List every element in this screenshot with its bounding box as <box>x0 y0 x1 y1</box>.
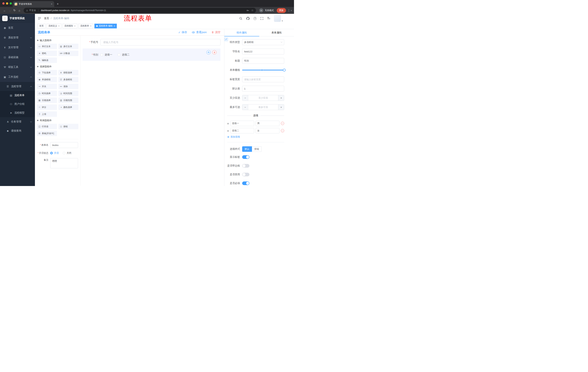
link-icon[interactable] <box>224 37 228 41</box>
grid-slider[interactable] <box>242 67 284 73</box>
back-button[interactable]: ← <box>2 8 7 13</box>
view-json-button[interactable]: 查看json <box>192 31 207 34</box>
component-type-select[interactable]: 多选框组 <box>242 39 284 45</box>
tag-home[interactable]: 首页 <box>37 24 45 28</box>
chip-multi-line-text[interactable]: ▤多行文本 <box>58 44 79 49</box>
sidebar-toggle-icon[interactable] <box>38 17 41 20</box>
address-bar[interactable]: ⚠ 不安全 dashboard.yudao.iocoder.cn/bpm/man… <box>24 8 256 13</box>
max-checked-value[interactable]: 最多可选 <box>248 105 278 110</box>
tag-process-form-edit[interactable]: 流程表单-编辑 × <box>94 24 117 28</box>
chip-rate[interactable]: ☆评分 <box>37 105 57 110</box>
reload-button[interactable]: ↻ <box>12 8 17 13</box>
checkbox-option-1[interactable]: 选项一 <box>100 53 112 56</box>
chip-upload[interactable]: ↥上传 <box>37 111 57 117</box>
tag-close-icon[interactable]: × <box>74 25 76 27</box>
border-switch[interactable] <box>242 164 249 168</box>
search-icon[interactable] <box>239 17 242 20</box>
chip-time-range[interactable]: ◶时间范围 <box>58 91 79 96</box>
breadcrumb-home[interactable]: 首页 <box>44 17 49 20</box>
remove-option-button[interactable]: − <box>281 122 284 125</box>
chip-single-line-text[interactable]: ▭单行文本 <box>37 44 57 49</box>
tab-form-props[interactable]: 表单属性 <box>259 29 294 36</box>
sidebar-item-task-management[interactable]: ⋔ 任务管理 <box>0 117 35 126</box>
sidebar-item-payment[interactable]: ¥ 支付管理 <box>0 43 35 53</box>
chip-time-picker[interactable]: ◷时间选择 <box>37 91 57 96</box>
browser-menu-icon[interactable]: ⋮ <box>287 9 290 12</box>
remove-option-button[interactable]: − <box>281 129 284 132</box>
sidebar-item-process-management[interactable]: ☰ 流程管理 <box>0 82 35 91</box>
chip-date-picker[interactable]: ▦日期选择 <box>37 97 57 103</box>
clear-button[interactable]: 清空 <box>211 31 220 34</box>
tag-process-form[interactable]: 流程表单 × <box>78 24 93 28</box>
phone-input[interactable] <box>100 39 220 45</box>
bookmark-star-icon[interactable]: ☆ <box>251 9 254 12</box>
show-label-switch[interactable] <box>242 155 249 159</box>
chip-editor[interactable]: ✎编辑器 <box>37 57 57 63</box>
option-value-input[interactable]: 女 <box>256 128 279 133</box>
default-value-input[interactable] <box>242 86 284 92</box>
chip-checkbox-group[interactable]: ☑多选框组 <box>58 77 79 82</box>
remark-textarea[interactable]: 嘿嘿 <box>50 158 78 168</box>
option-label-input[interactable]: 选项二 <box>230 128 254 133</box>
tag-close-icon[interactable]: × <box>58 25 60 27</box>
slider-handle[interactable] <box>283 69 286 72</box>
tag-process-model[interactable]: 流程模型 × <box>63 24 77 28</box>
save-button[interactable]: ✓ 保存 <box>178 31 187 34</box>
disabled-switch[interactable] <box>242 173 249 176</box>
fullscreen-icon[interactable] <box>260 17 263 20</box>
chip-slider[interactable]: ⊷滑块 <box>58 84 79 89</box>
sidebar-item-workflow[interactable]: ▣ 工作流程 <box>0 72 35 82</box>
tag-close-icon[interactable]: × <box>90 25 92 27</box>
close-window-button[interactable] <box>2 2 5 5</box>
label-width-input[interactable] <box>242 76 284 82</box>
chip-password[interactable]: ∗密码 <box>37 51 57 56</box>
site-security[interactable]: ⚠ 不安全 <box>26 9 36 12</box>
sidebar-item-user-group[interactable]: ⚇ 用户分组 <box>0 100 35 108</box>
chip-counter[interactable]: 123计数器 <box>58 51 79 56</box>
field-name-input[interactable] <box>242 49 284 54</box>
checkbox-option-2[interactable]: 选项二 <box>118 53 129 56</box>
title-input[interactable] <box>242 58 284 64</box>
user-menu[interactable]: ▾ <box>274 15 283 22</box>
font-size-icon[interactable]: TT <box>267 17 270 20</box>
form-canvas[interactable]: *手机号 <box>80 36 224 186</box>
zoom-window-button[interactable] <box>10 2 12 5</box>
chip-row-container[interactable]: ◫行容器 <box>37 124 57 129</box>
increase-button[interactable]: + <box>278 105 284 110</box>
style-default-button[interactable]: 默认 <box>242 146 252 152</box>
min-checked-value[interactable]: 至少应选 <box>248 95 278 101</box>
chip-table[interactable]: ⊞表格[开发中] <box>37 131 57 136</box>
sidebar-item-home[interactable]: ◉ 首页 <box>0 23 35 33</box>
password-key-icon[interactable] <box>246 9 249 12</box>
option-value-input[interactable]: 男 <box>256 121 279 126</box>
option-drag-icon[interactable]: ≡ <box>227 122 229 125</box>
form-field-phone[interactable]: *手机号 <box>83 38 220 46</box>
browser-tab[interactable]: 芋道管理系统 × <box>13 1 54 7</box>
chevron-down-icon[interactable]: ▾ <box>291 10 292 11</box>
sidebar-item-system[interactable]: ⚙ 系统管理 <box>0 33 35 43</box>
copy-widget-button[interactable] <box>207 50 211 54</box>
help-icon[interactable]: ? <box>253 17 257 20</box>
chip-radio-group[interactable]: ◉单选框组 <box>37 77 57 82</box>
sidebar-item-process-model[interactable]: ➤ 流程模型 <box>0 108 35 117</box>
chip-select[interactable]: ⊙下拉选择 <box>37 70 57 75</box>
tag-process-definition[interactable]: 流程定义 × <box>47 24 62 28</box>
form-name-input[interactable] <box>50 142 78 148</box>
sidebar-item-leave-query[interactable]: ☻ 请假查询 <box>0 126 35 135</box>
tab-close-icon[interactable]: × <box>51 2 52 5</box>
tab-component-props[interactable]: 组件属性 <box>224 29 259 36</box>
decrease-button[interactable]: − <box>242 95 248 101</box>
status-off-radio[interactable]: 关闭 <box>63 151 71 155</box>
form-field-gender[interactable]: *性别 选项一 选项二 <box>83 53 220 56</box>
increase-button[interactable]: + <box>278 95 284 101</box>
option-label-input[interactable]: 选项一 <box>230 121 254 126</box>
sidebar-item-devtools[interactable]: ⚒ 研发工具 <box>0 62 35 72</box>
delete-widget-button[interactable] <box>212 50 217 54</box>
chip-color-picker[interactable]: ◑颜色选择 <box>58 105 79 110</box>
style-button-button[interactable]: 按钮 <box>252 146 262 152</box>
slider-track[interactable] <box>242 70 284 70</box>
new-tab-button[interactable]: + <box>57 2 59 6</box>
update-button[interactable]: 更新 <box>277 8 286 13</box>
chip-date-range[interactable]: ▥日期范围 <box>58 97 79 103</box>
avatar[interactable] <box>274 15 281 22</box>
